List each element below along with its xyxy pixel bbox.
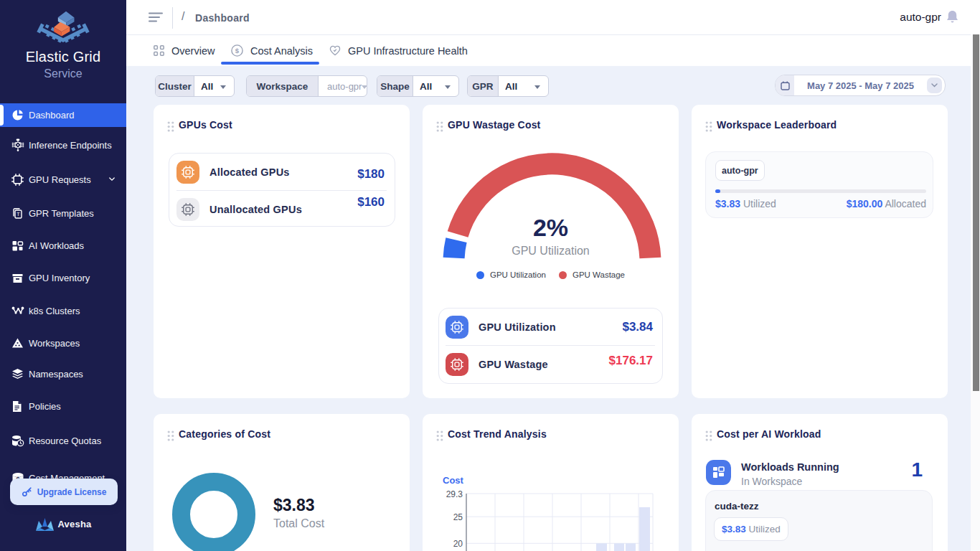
svg-text:29.3: 29.3: [446, 489, 463, 499]
svg-text:20: 20: [453, 539, 463, 549]
svg-text:25: 25: [453, 512, 463, 522]
svg-text:Cost: Cost: [443, 475, 464, 486]
svg-text:$: $: [235, 47, 240, 55]
svg-text:T: T: [17, 212, 20, 217]
